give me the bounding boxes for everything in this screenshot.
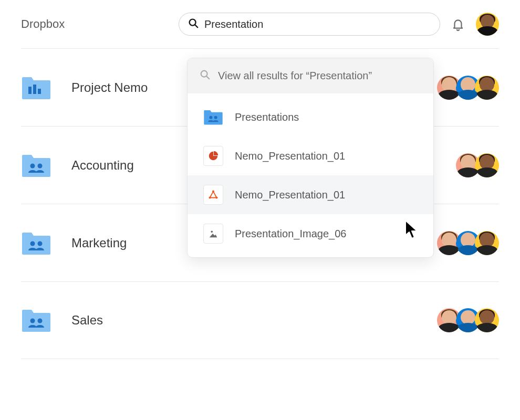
folder-name: Sales [71,313,437,328]
svg-point-0 [190,19,196,26]
svg-point-7 [30,241,35,246]
svg-rect-3 [33,85,36,94]
search-results-list: Presentations Nemo_Presentation_01 Nemo_… [188,93,433,257]
search-results-dropdown: View all results for “Presentation” Pres… [187,58,434,258]
powerpoint-icon [203,146,223,166]
folder-shared-icon [203,107,223,127]
result-label: Presentation_Image_06 [235,228,346,240]
avatar [475,231,499,255]
collaborators[interactable] [437,76,499,100]
svg-point-5 [30,163,35,168]
search-result-item[interactable]: Nemo_Presentation_01 [188,136,433,175]
folder-row[interactable]: Sales [21,281,499,359]
search-icon [188,17,199,31]
image-icon [203,224,223,244]
svg-line-1 [195,25,198,28]
svg-line-12 [207,77,210,79]
header: Dropbox [0,0,520,48]
svg-point-11 [201,71,207,77]
svg-rect-2 [28,87,32,94]
avatar [475,76,499,100]
search-wrap [179,13,499,36]
svg-point-9 [30,319,35,323]
folder-icon [21,308,55,333]
avatar [475,153,499,177]
view-all-results[interactable]: View all results for “Presentation” [188,58,433,93]
notifications-icon[interactable] [449,15,467,34]
search-bar[interactable] [179,13,440,36]
svg-point-13 [209,116,212,119]
svg-point-6 [38,163,43,168]
search-result-item[interactable]: Presentations [188,98,433,136]
result-label: Presentations [235,111,299,123]
svg-point-8 [38,241,43,246]
folder-icon [21,75,55,100]
search-icon [199,69,211,83]
svg-point-18 [211,231,213,233]
result-label: Nemo_Presentation_01 [235,189,345,201]
svg-point-10 [38,319,43,323]
folder-icon [21,153,55,178]
collaborators[interactable] [437,231,499,255]
collaborators[interactable] [456,153,499,177]
result-label: Nemo_Presentation_01 [235,150,345,162]
view-all-label: View all results for “Presentation” [218,70,372,82]
pdf-icon [203,185,223,205]
search-result-item[interactable]: Nemo_Presentation_01 [188,175,433,214]
search-result-item[interactable]: Presentation_Image_06 [188,214,433,253]
avatar [475,308,499,332]
svg-point-14 [214,116,217,119]
user-avatar[interactable] [476,13,499,36]
search-input[interactable] [204,18,431,30]
brand-name: Dropbox [21,17,168,31]
svg-rect-4 [38,89,41,94]
folder-icon [21,230,55,256]
collaborators[interactable] [437,308,499,332]
